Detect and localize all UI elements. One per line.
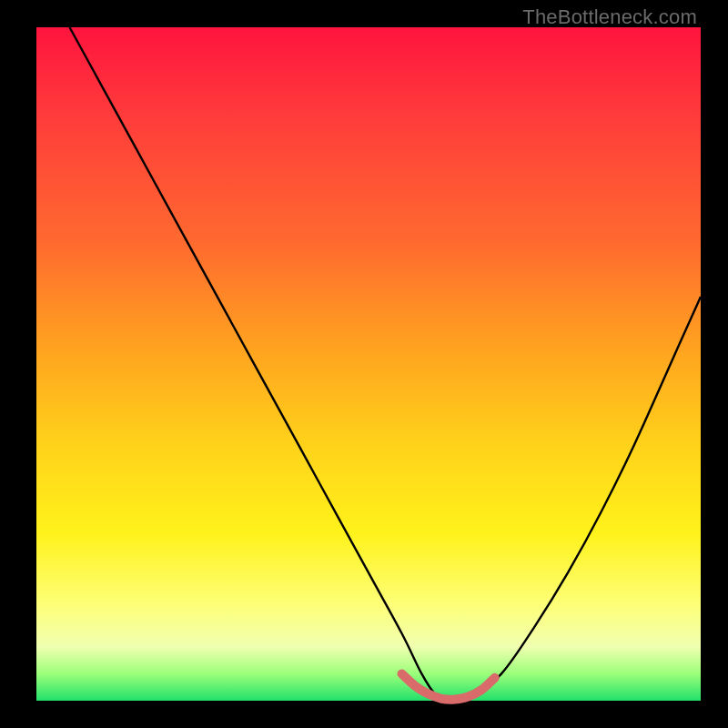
bottleneck-curve-line <box>70 27 702 702</box>
plot-area <box>36 27 701 701</box>
trough-marker-line <box>402 673 495 699</box>
watermark-text: TheBottleneck.com <box>522 5 697 29</box>
bottleneck-curve-svg <box>36 27 701 701</box>
chart-frame: TheBottleneck.com <box>0 0 728 728</box>
